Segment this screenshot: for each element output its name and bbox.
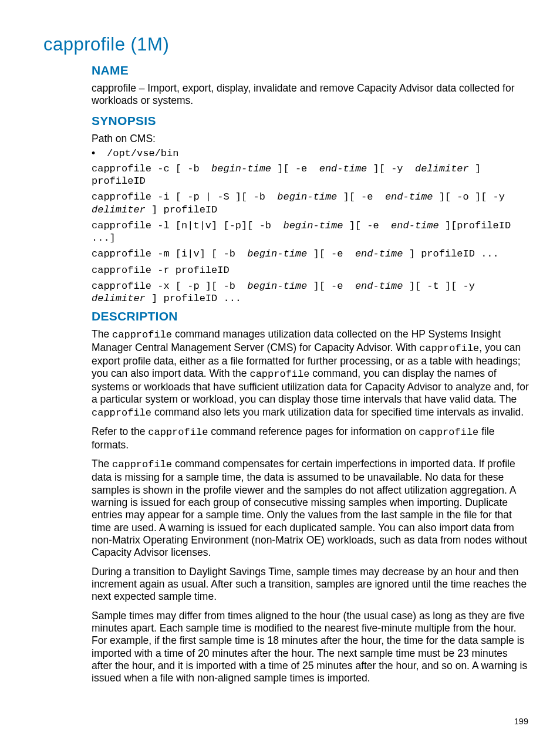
heading-synopsis: SYNOPSIS — [92, 114, 529, 128]
bullet-icon: • — [92, 147, 107, 160]
synopsis-line: capprofile -i [ -p | -S ][ -b begin-time… — [92, 191, 529, 216]
heading-description: DESCRIPTION — [92, 309, 529, 323]
description-paragraph: The capprofile command manages utilizati… — [92, 328, 529, 419]
heading-name: NAME — [92, 63, 529, 77]
description-paragraph: During a transition to Daylight Savings … — [92, 566, 529, 603]
synopsis-line: capprofile -x [ -p ][ -b begin-time ][ -… — [92, 280, 529, 305]
synopsis-line: capprofile -c [ -b begin-time ][ -e end-… — [92, 163, 529, 188]
page-container: capprofile (1M) NAME capprofile – Import… — [0, 0, 560, 746]
content-block: NAME capprofile – Import, export, displa… — [92, 63, 529, 685]
synopsis-path-value: /opt/vse/bin — [107, 147, 178, 160]
synopsis-path-bullet: • /opt/vse/bin — [92, 147, 529, 160]
name-text: capprofile – Import, export, display, in… — [92, 82, 529, 107]
synopsis-path-label: Path on CMS: — [92, 133, 529, 145]
synopsis-line: capprofile -l [n|t|v] [-p][ -b begin-tim… — [92, 220, 529, 245]
description-paragraph: Refer to the capprofile command referenc… — [92, 426, 529, 451]
page-number: 199 — [514, 717, 528, 726]
page-title: capprofile (1M) — [43, 34, 529, 55]
synopsis-line: capprofile -m [i|v] [ -b begin-time ][ -… — [92, 248, 529, 260]
description-paragraph: Sample times may differ from times align… — [92, 610, 529, 685]
synopsis-line: capprofile -r profileID — [92, 264, 529, 276]
description-paragraph: The capprofile command compensates for c… — [92, 458, 529, 559]
